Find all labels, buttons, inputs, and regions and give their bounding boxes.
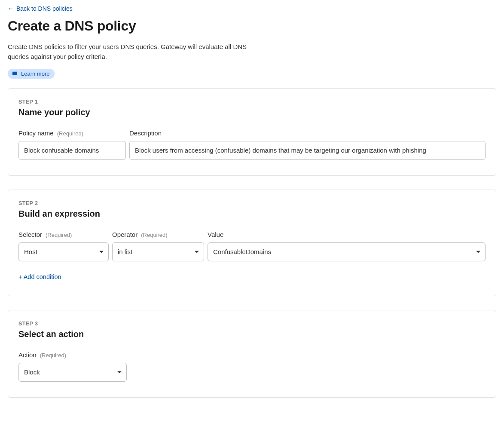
required-hint: (Required) — [57, 130, 83, 137]
back-link[interactable]: ← Back to DNS policies — [8, 5, 73, 12]
description-input[interactable] — [129, 141, 486, 160]
operator-select[interactable]: in list — [112, 242, 204, 261]
selector-select[interactable]: Host — [18, 242, 109, 261]
book-icon — [12, 71, 18, 76]
value-select[interactable]: ConfusableDomains — [208, 242, 486, 261]
page-title: Create a DNS policy — [8, 18, 496, 34]
required-hint: (Required) — [40, 352, 66, 359]
value-label: Value — [208, 231, 223, 238]
step-1-heading: Name your policy — [18, 107, 486, 117]
add-condition-button[interactable]: + Add condition — [18, 273, 61, 280]
step-2-card: STEP 2 Build an expression Selector (Req… — [8, 190, 496, 296]
description-label: Description — [129, 129, 162, 137]
required-hint: (Required) — [141, 232, 167, 238]
step-2-heading: Build an expression — [18, 209, 486, 219]
add-condition-label: + Add condition — [18, 273, 61, 280]
action-value: Block — [24, 368, 40, 376]
action-label: Action — [18, 351, 37, 359]
page-description: Create DNS policies to filter your users… — [8, 42, 266, 62]
required-hint: (Required) — [46, 232, 72, 238]
back-link-label: Back to DNS policies — [16, 5, 73, 12]
arrow-left-icon: ← — [8, 5, 14, 12]
operator-value: in list — [118, 248, 132, 255]
step-1-card: STEP 1 Name your policy Policy name (Req… — [8, 88, 496, 176]
step-3-heading: Select an action — [18, 329, 486, 339]
operator-label: Operator — [112, 231, 137, 238]
learn-more-label: Learn more — [21, 70, 49, 77]
action-select[interactable]: Block — [18, 363, 127, 382]
step-3-card: STEP 3 Select an action Action (Required… — [8, 310, 496, 398]
selector-label: Selector — [18, 231, 42, 238]
policy-name-input[interactable] — [18, 141, 126, 160]
value-value: ConfusableDomains — [213, 248, 271, 255]
policy-name-label: Policy name — [18, 129, 54, 137]
step-2-label: STEP 2 — [18, 200, 486, 206]
step-3-label: STEP 3 — [18, 321, 486, 327]
step-1-label: STEP 1 — [18, 99, 486, 105]
learn-more-button[interactable]: Learn more — [8, 69, 55, 79]
selector-value: Host — [24, 248, 37, 255]
